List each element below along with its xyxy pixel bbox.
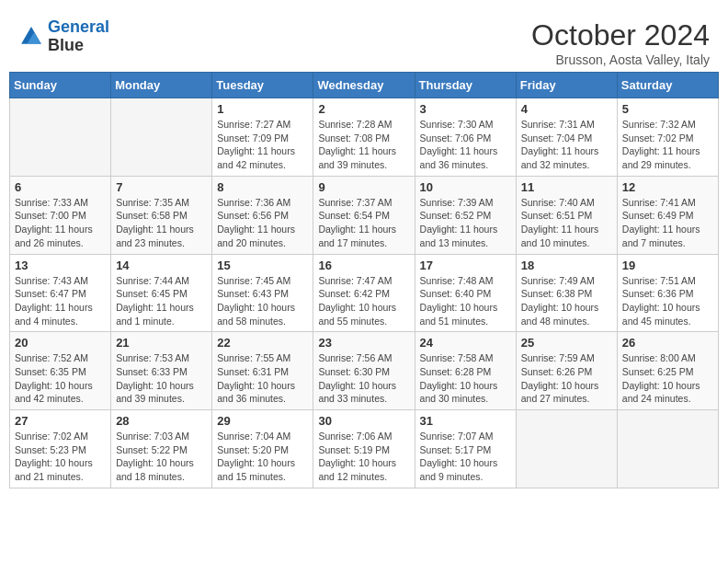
calendar-cell: 8Sunrise: 7:36 AM Sunset: 6:56 PM Daylig… xyxy=(212,176,313,254)
day-info: Sunrise: 7:04 AM Sunset: 5:20 PM Dayligh… xyxy=(217,430,308,484)
day-info: Sunrise: 7:49 AM Sunset: 6:38 PM Dayligh… xyxy=(521,274,612,328)
weekday-header-friday: Friday xyxy=(516,73,617,98)
day-number: 30 xyxy=(318,414,409,428)
day-info: Sunrise: 7:48 AM Sunset: 6:40 PM Dayligh… xyxy=(420,274,511,328)
calendar-cell: 7Sunrise: 7:35 AM Sunset: 6:58 PM Daylig… xyxy=(111,176,212,254)
day-info: Sunrise: 7:03 AM Sunset: 5:22 PM Dayligh… xyxy=(116,430,207,484)
day-number: 25 xyxy=(521,336,612,350)
calendar-cell xyxy=(111,98,212,177)
calendar-cell: 15Sunrise: 7:45 AM Sunset: 6:43 PM Dayli… xyxy=(212,254,313,332)
month-title: October 2024 xyxy=(531,18,710,52)
day-number: 2 xyxy=(318,102,409,116)
calendar-cell: 2Sunrise: 7:28 AM Sunset: 7:08 PM Daylig… xyxy=(313,98,415,177)
day-info: Sunrise: 7:27 AM Sunset: 7:09 PM Dayligh… xyxy=(217,118,308,172)
day-number: 14 xyxy=(116,259,207,272)
day-info: Sunrise: 7:36 AM Sunset: 6:56 PM Dayligh… xyxy=(217,196,308,250)
calendar-cell xyxy=(617,410,718,488)
day-info: Sunrise: 7:41 AM Sunset: 6:49 PM Dayligh… xyxy=(622,196,713,250)
day-info: Sunrise: 7:06 AM Sunset: 5:19 PM Dayligh… xyxy=(318,430,409,484)
calendar-cell xyxy=(516,410,617,488)
day-number: 12 xyxy=(622,180,713,194)
day-number: 24 xyxy=(420,336,511,350)
calendar-table: SundayMondayTuesdayWednesdayThursdayFrid… xyxy=(9,72,719,488)
weekday-header-tuesday: Tuesday xyxy=(212,73,313,98)
day-number: 26 xyxy=(622,336,713,350)
day-number: 15 xyxy=(217,259,308,272)
day-number: 6 xyxy=(15,180,106,194)
calendar-cell: 12Sunrise: 7:41 AM Sunset: 6:49 PM Dayli… xyxy=(617,176,718,254)
week-row-4: 20Sunrise: 7:52 AM Sunset: 6:35 PM Dayli… xyxy=(10,332,719,410)
calendar-cell: 17Sunrise: 7:48 AM Sunset: 6:40 PM Dayli… xyxy=(415,254,516,332)
calendar-cell: 30Sunrise: 7:06 AM Sunset: 5:19 PM Dayli… xyxy=(313,410,415,488)
weekday-header-sunday: Sunday xyxy=(10,73,111,98)
day-info: Sunrise: 7:28 AM Sunset: 7:08 PM Dayligh… xyxy=(318,118,409,172)
day-number: 19 xyxy=(622,259,713,272)
day-info: Sunrise: 7:53 AM Sunset: 6:33 PM Dayligh… xyxy=(116,351,207,406)
day-info: Sunrise: 7:59 AM Sunset: 6:26 PM Dayligh… xyxy=(521,351,612,406)
day-number: 21 xyxy=(116,336,207,350)
day-info: Sunrise: 7:30 AM Sunset: 7:06 PM Dayligh… xyxy=(420,118,511,172)
day-number: 29 xyxy=(217,414,308,428)
day-info: Sunrise: 8:00 AM Sunset: 6:25 PM Dayligh… xyxy=(622,351,713,406)
day-number: 4 xyxy=(521,102,612,116)
weekday-header-monday: Monday xyxy=(111,73,212,98)
day-info: Sunrise: 7:35 AM Sunset: 6:58 PM Dayligh… xyxy=(116,196,207,250)
calendar-cell: 1Sunrise: 7:27 AM Sunset: 7:09 PM Daylig… xyxy=(212,98,313,177)
location: Brusson, Aosta Valley, Italy xyxy=(531,52,710,67)
calendar-cell: 3Sunrise: 7:30 AM Sunset: 7:06 PM Daylig… xyxy=(415,98,516,177)
calendar-cell: 13Sunrise: 7:43 AM Sunset: 6:47 PM Dayli… xyxy=(10,254,111,332)
day-number: 31 xyxy=(420,414,511,428)
logo-blue-word: Blue xyxy=(48,37,109,55)
calendar-cell: 6Sunrise: 7:33 AM Sunset: 7:00 PM Daylig… xyxy=(10,176,111,254)
calendar-cell xyxy=(10,98,111,177)
calendar-cell: 24Sunrise: 7:58 AM Sunset: 6:28 PM Dayli… xyxy=(415,332,516,410)
calendar-cell: 11Sunrise: 7:40 AM Sunset: 6:51 PM Dayli… xyxy=(516,176,617,254)
day-info: Sunrise: 7:58 AM Sunset: 6:28 PM Dayligh… xyxy=(420,351,511,406)
day-number: 17 xyxy=(420,259,511,272)
calendar-cell: 29Sunrise: 7:04 AM Sunset: 5:20 PM Dayli… xyxy=(212,410,313,488)
day-info: Sunrise: 7:31 AM Sunset: 7:04 PM Dayligh… xyxy=(521,118,612,172)
day-info: Sunrise: 7:40 AM Sunset: 6:51 PM Dayligh… xyxy=(521,196,612,250)
calendar-cell: 31Sunrise: 7:07 AM Sunset: 5:17 PM Dayli… xyxy=(415,410,516,488)
day-number: 16 xyxy=(318,259,409,272)
day-number: 22 xyxy=(217,336,308,350)
week-row-3: 13Sunrise: 7:43 AM Sunset: 6:47 PM Dayli… xyxy=(10,254,719,332)
day-number: 3 xyxy=(420,102,511,116)
week-row-2: 6Sunrise: 7:33 AM Sunset: 7:00 PM Daylig… xyxy=(10,176,719,254)
day-number: 8 xyxy=(217,180,308,194)
calendar-cell: 4Sunrise: 7:31 AM Sunset: 7:04 PM Daylig… xyxy=(516,98,617,177)
day-number: 11 xyxy=(521,180,612,194)
calendar-cell: 9Sunrise: 7:37 AM Sunset: 6:54 PM Daylig… xyxy=(313,176,415,254)
calendar-cell: 21Sunrise: 7:53 AM Sunset: 6:33 PM Dayli… xyxy=(111,332,212,410)
weekday-header-row: SundayMondayTuesdayWednesdayThursdayFrid… xyxy=(10,73,719,98)
day-number: 27 xyxy=(15,414,106,428)
day-info: Sunrise: 7:52 AM Sunset: 6:35 PM Dayligh… xyxy=(15,351,106,406)
day-info: Sunrise: 7:51 AM Sunset: 6:36 PM Dayligh… xyxy=(622,274,713,328)
logo: General Blue xyxy=(18,18,109,55)
day-number: 13 xyxy=(15,259,106,272)
day-info: Sunrise: 7:47 AM Sunset: 6:42 PM Dayligh… xyxy=(318,274,409,328)
calendar-cell: 10Sunrise: 7:39 AM Sunset: 6:52 PM Dayli… xyxy=(415,176,516,254)
page-header: General Blue October 2024 Brusson, Aosta… xyxy=(9,9,719,72)
day-number: 28 xyxy=(116,414,207,428)
calendar-cell: 25Sunrise: 7:59 AM Sunset: 6:26 PM Dayli… xyxy=(516,332,617,410)
day-number: 1 xyxy=(217,102,308,116)
day-info: Sunrise: 7:32 AM Sunset: 7:02 PM Dayligh… xyxy=(622,118,713,172)
calendar-cell: 20Sunrise: 7:52 AM Sunset: 6:35 PM Dayli… xyxy=(10,332,111,410)
day-number: 18 xyxy=(521,259,612,272)
calendar-cell: 19Sunrise: 7:51 AM Sunset: 6:36 PM Dayli… xyxy=(617,254,718,332)
calendar-cell: 18Sunrise: 7:49 AM Sunset: 6:38 PM Dayli… xyxy=(516,254,617,332)
calendar-cell: 23Sunrise: 7:56 AM Sunset: 6:30 PM Dayli… xyxy=(313,332,415,410)
calendar-cell: 26Sunrise: 8:00 AM Sunset: 6:25 PM Dayli… xyxy=(617,332,718,410)
logo-icon xyxy=(18,24,44,50)
logo-general: General xyxy=(48,17,109,36)
day-number: 5 xyxy=(622,102,713,116)
day-number: 7 xyxy=(116,180,207,194)
day-info: Sunrise: 7:02 AM Sunset: 5:23 PM Dayligh… xyxy=(15,430,106,484)
day-info: Sunrise: 7:44 AM Sunset: 6:45 PM Dayligh… xyxy=(116,274,207,328)
day-info: Sunrise: 7:55 AM Sunset: 6:31 PM Dayligh… xyxy=(217,351,308,406)
day-number: 20 xyxy=(15,336,106,350)
logo-text: General Blue xyxy=(48,18,109,55)
day-info: Sunrise: 7:39 AM Sunset: 6:52 PM Dayligh… xyxy=(420,196,511,250)
calendar-cell: 14Sunrise: 7:44 AM Sunset: 6:45 PM Dayli… xyxy=(111,254,212,332)
